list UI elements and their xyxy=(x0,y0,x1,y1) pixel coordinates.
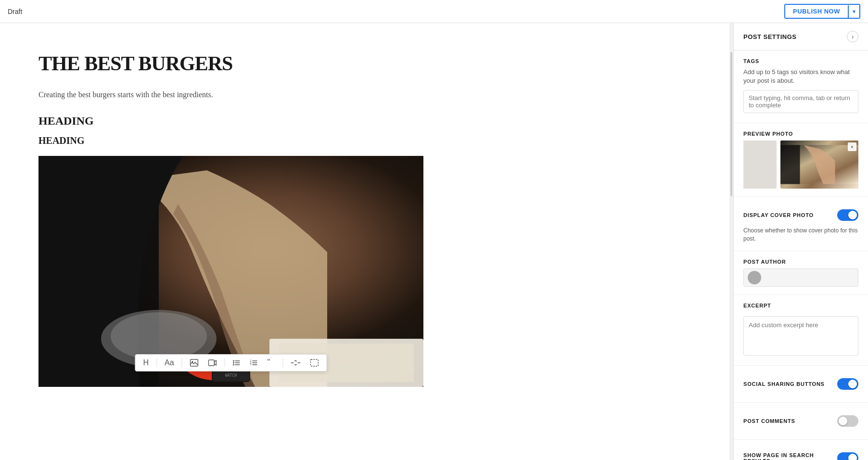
food-image-svg: WATCH xyxy=(38,156,423,387)
scrollbar-thumb xyxy=(730,52,732,196)
svg-rect-28 xyxy=(311,359,319,366)
post-comments-label: POST COMMENTS xyxy=(743,418,795,424)
toolbar-divider-1 xyxy=(156,358,157,367)
preview-photo-close-button[interactable]: × xyxy=(848,142,856,151)
svg-point-17 xyxy=(233,364,234,366)
search-results-section: SHOW PAGE IN SEARCH RESULTS xyxy=(734,440,868,460)
video-icon xyxy=(208,359,217,367)
quote-icon: " xyxy=(268,359,275,367)
svg-rect-30 xyxy=(780,145,800,184)
excerpt-label: EXCERPT xyxy=(743,303,858,308)
heading-1[interactable]: HEADING xyxy=(38,115,691,128)
top-bar: Draft PUBLISH NOW ▾ xyxy=(0,0,868,23)
post-author-label: POST AUTHOR xyxy=(743,259,858,265)
svg-point-13 xyxy=(233,360,234,362)
search-results-label: SHOW PAGE IN SEARCH RESULTS xyxy=(743,452,837,460)
sidebar-close-button[interactable]: › xyxy=(847,31,858,42)
select-button[interactable] xyxy=(308,358,321,368)
svg-point-6 xyxy=(111,312,207,360)
heading-2[interactable]: HEADING xyxy=(38,135,691,146)
social-sharing-slider xyxy=(837,378,858,390)
excerpt-section: EXCERPT xyxy=(734,295,868,366)
publish-now-button[interactable]: PUBLISH NOW xyxy=(785,5,848,18)
search-results-slider xyxy=(837,452,858,460)
image-icon xyxy=(190,359,199,367)
cover-photo-section: DISPLAY COVER PHOTO Choose whether to sh… xyxy=(734,197,868,251)
toolbar-divider-4 xyxy=(283,358,283,367)
social-sharing-section: SOCIAL SHARING BUTTONS xyxy=(734,366,868,403)
heading-format-button[interactable]: H xyxy=(141,358,151,368)
excerpt-textarea[interactable] xyxy=(743,316,858,356)
preview-photo-left-placeholder xyxy=(743,141,777,189)
social-sharing-toggle-row: SOCIAL SHARING BUTTONS xyxy=(743,373,858,395)
tags-input[interactable] xyxy=(743,90,858,113)
tags-label: TAGS xyxy=(743,58,858,64)
post-subtitle[interactable]: Creating the best burgers starts with th… xyxy=(38,90,691,99)
post-comments-toggle-row: POST COMMENTS xyxy=(743,410,858,432)
svg-point-15 xyxy=(233,362,234,364)
svg-text:": " xyxy=(268,359,270,366)
editor-toolbar: H Aa 1.2.3. xyxy=(135,354,327,371)
tags-section: TAGS Add up to 5 tags so visitors know w… xyxy=(734,51,868,123)
cover-photo-slider xyxy=(837,209,858,221)
publish-chevron-button[interactable]: ▾ xyxy=(848,5,859,18)
preview-photo-section: PREVIEW PHOTO × xyxy=(734,123,868,197)
draft-status: Draft xyxy=(8,8,22,15)
select-icon xyxy=(310,359,319,367)
post-comments-toggle[interactable] xyxy=(837,415,858,427)
preview-photo-right-image xyxy=(780,141,858,189)
author-avatar xyxy=(748,271,761,284)
svg-text:3.: 3. xyxy=(250,363,252,366)
editor-area[interactable]: THE BEST BURGERS Creating the best burge… xyxy=(0,23,729,460)
sidebar-title: POST SETTINGS xyxy=(743,33,797,40)
image-block[interactable]: WATCH H Aa xyxy=(38,156,423,387)
toolbar-divider-2 xyxy=(182,358,182,367)
preview-photo-container: × xyxy=(743,141,858,189)
list-ol-icon: 1.2.3. xyxy=(250,359,258,367)
toolbar-divider-3 xyxy=(225,358,225,367)
post-title[interactable]: THE BEST BURGERS xyxy=(38,52,691,75)
unordered-list-button[interactable] xyxy=(231,358,243,368)
hr-icon xyxy=(291,359,301,367)
social-sharing-label: SOCIAL SHARING BUTTONS xyxy=(743,381,825,387)
tags-description: Add up to 5 tags so visitors know what y… xyxy=(743,68,858,85)
quote-button[interactable]: " xyxy=(266,358,277,368)
cover-photo-toggle[interactable] xyxy=(837,209,858,221)
insert-image-button[interactable] xyxy=(188,358,201,368)
search-results-toggle[interactable] xyxy=(837,452,858,460)
social-sharing-toggle[interactable] xyxy=(837,378,858,390)
list-ul-icon xyxy=(233,359,241,367)
search-results-toggle-row: SHOW PAGE IN SEARCH RESULTS xyxy=(743,447,858,460)
publish-button-group: PUBLISH NOW ▾ xyxy=(784,4,860,19)
preview-photo-label: PREVIEW PHOTO xyxy=(743,131,858,137)
cover-photo-toggle-row: DISPLAY COVER PHOTO xyxy=(743,204,858,226)
food-image: WATCH xyxy=(38,156,423,387)
cover-photo-label: DISPLAY COVER PHOTO xyxy=(743,212,814,218)
ordered-list-button[interactable]: 1.2.3. xyxy=(248,358,260,368)
cover-photo-desc: Choose whether to show cover photo for t… xyxy=(743,227,858,243)
insert-video-button[interactable] xyxy=(206,358,219,368)
author-input[interactable] xyxy=(764,274,854,281)
svg-text:WATCH: WATCH xyxy=(225,373,237,378)
svg-rect-12 xyxy=(209,360,215,366)
editor-scrollbar[interactable] xyxy=(729,23,733,460)
post-comments-section: POST COMMENTS xyxy=(734,403,868,440)
text-format-button[interactable]: Aa xyxy=(163,358,176,368)
post-settings-sidebar: POST SETTINGS › TAGS Add up to 5 tags so… xyxy=(733,23,868,460)
post-author-section: POST AUTHOR xyxy=(734,251,868,295)
main-layout: THE BEST BURGERS Creating the best burge… xyxy=(0,23,868,460)
divider-button[interactable] xyxy=(289,358,303,368)
sidebar-header: POST SETTINGS › xyxy=(734,23,868,51)
post-comments-slider xyxy=(837,415,858,427)
